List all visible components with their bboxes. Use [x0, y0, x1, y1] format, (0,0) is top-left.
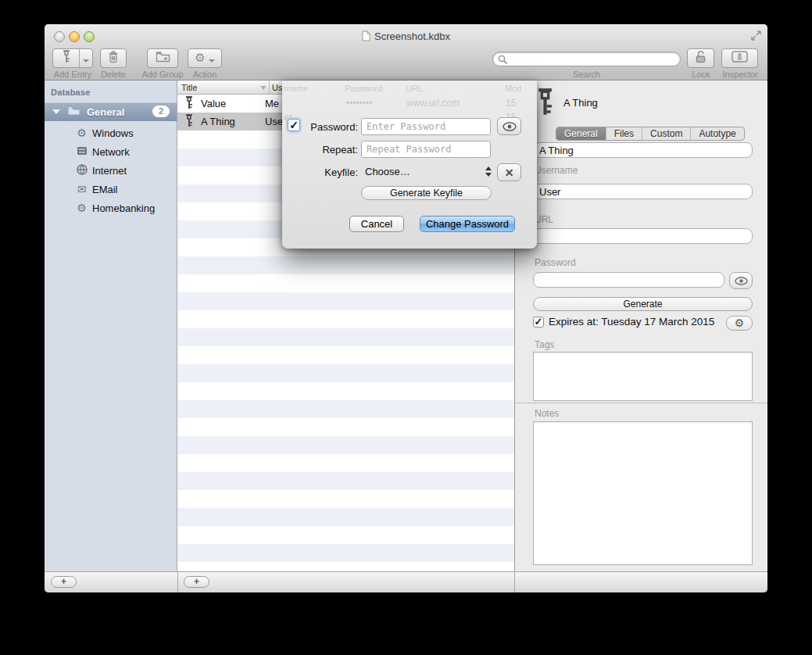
window-title: Screenshot.kdbx	[45, 30, 767, 42]
notes-input[interactable]	[533, 421, 753, 565]
generate-keyfile-button[interactable]: Generate Keyfile	[361, 186, 492, 200]
section-divider	[515, 403, 767, 403]
key-icon	[184, 114, 195, 130]
sidebar-items: ⚙WindowsNetworkInternet✉EMail⚙Homebankin…	[45, 123, 177, 217]
change-password-sheet: rname Password URL Mod •••••••• www.url.…	[282, 81, 537, 249]
add-group-button[interactable]	[147, 48, 178, 68]
document-icon	[362, 30, 370, 41]
folder-plus-icon	[156, 51, 170, 66]
action-button[interactable]: ⚙	[188, 48, 222, 68]
eye-icon	[503, 122, 517, 131]
server-icon	[75, 146, 88, 157]
entry-title-cell: A Thing	[201, 116, 265, 127]
search-icon	[498, 55, 508, 65]
tab-autotype[interactable]: Autotype	[691, 127, 743, 140]
clear-keyfile-button[interactable]: ✕	[497, 163, 521, 181]
entry-title-cell: Value	[201, 98, 265, 109]
group-count-badge: 2	[152, 106, 170, 117]
title-field[interactable]	[533, 142, 753, 158]
dialog-repeat-label: Repeat:	[295, 144, 358, 156]
column-header-title[interactable]: Title	[181, 83, 197, 92]
empty-row	[177, 436, 514, 454]
backdrop-row1-modified: 15	[506, 98, 516, 109]
empty-row	[177, 472, 514, 490]
trash-icon	[108, 51, 119, 66]
sidebar-item-windows[interactable]: ⚙Windows	[45, 123, 177, 142]
inspector-panel: A Thing GeneralFilesCustomAutotype Usern…	[514, 81, 767, 571]
url-field[interactable]	[533, 228, 753, 244]
inspector-button[interactable]: i	[721, 48, 758, 68]
cancel-button[interactable]: Cancel	[349, 216, 404, 232]
sidebar-item-network[interactable]: Network	[45, 142, 177, 161]
tags-label: Tags	[535, 339, 554, 350]
folder-icon	[67, 105, 80, 119]
tab-files[interactable]: Files	[606, 127, 642, 140]
popup-stepper-icon[interactable]	[485, 166, 492, 177]
empty-row	[177, 256, 514, 274]
key-icon	[537, 88, 553, 120]
dialog-keyfile-label: Keyfile:	[295, 166, 358, 178]
sidebar-item-label: EMail	[92, 184, 118, 195]
key-icon	[184, 96, 195, 112]
add-entry-label: Add Entry	[52, 70, 93, 79]
column-divider[interactable]	[269, 81, 270, 94]
tab-custom[interactable]: Custom	[642, 127, 691, 140]
username-field[interactable]	[533, 184, 753, 199]
show-password-button[interactable]	[497, 117, 521, 135]
disclosure-triangle-icon[interactable]	[52, 109, 60, 114]
empty-row	[177, 562, 514, 571]
sidebar-item-internet[interactable]: Internet	[45, 161, 177, 180]
tab-general[interactable]: General	[556, 127, 606, 140]
sidebar-item-label: Windows	[92, 127, 134, 139]
info-icon: i	[732, 51, 748, 66]
chevron-down-icon	[80, 52, 92, 66]
username-label: Username	[535, 165, 578, 176]
lock-button[interactable]	[687, 48, 714, 68]
sidebar-item-email[interactable]: ✉EMail	[45, 180, 177, 199]
sidebar-section-header: Database	[51, 88, 91, 97]
inspector-label: Inspector	[717, 70, 764, 79]
footer-divider	[514, 572, 515, 592]
titlebar-toolbar: Screenshot.kdbx Add Entry Delete Add Gro…	[45, 24, 767, 81]
reveal-password-button[interactable]	[729, 272, 753, 289]
sidebar-item-homebanking[interactable]: ⚙Homebanking	[45, 199, 177, 217]
empty-row	[177, 292, 514, 310]
delete-label: Delete	[95, 70, 132, 79]
expires-settings-button[interactable]: ⚙	[726, 316, 753, 331]
sort-descending-icon	[260, 86, 266, 90]
empty-row	[177, 400, 514, 418]
expires-checkbox[interactable]: ✓	[533, 317, 544, 328]
backdrop-row1-password: ••••••••	[346, 98, 373, 109]
empty-row	[177, 490, 514, 508]
add-entry-button[interactable]	[52, 48, 93, 68]
search-input[interactable]	[492, 52, 681, 66]
password-field[interactable]	[533, 272, 724, 288]
empty-row	[177, 382, 514, 400]
search-label: Search	[492, 70, 681, 79]
screen-background: Screenshot.kdbx Add Entry Delete Add Gro…	[0, 0, 812, 655]
sidebar-group-general[interactable]: General 2	[45, 102, 177, 121]
fullscreen-icon[interactable]	[751, 30, 761, 41]
sidebar-group-label: General	[87, 106, 124, 118]
backdrop-header-username: rname	[284, 84, 308, 93]
eye-icon	[735, 277, 748, 285]
expires-label: Expires at: Tuesday 17 March 2015	[549, 316, 714, 328]
add-group-footer-button[interactable]: +	[51, 576, 77, 588]
inspector-entry-title: A Thing	[563, 97, 598, 109]
add-entry-footer-button[interactable]: +	[184, 576, 209, 588]
gear-icon: ⚙	[75, 127, 88, 138]
backdrop-header-password: Password	[345, 84, 382, 93]
keyfile-popup[interactable]: Choose…	[365, 166, 410, 177]
tags-input[interactable]	[533, 352, 753, 401]
empty-row	[177, 526, 514, 544]
unlock-icon	[695, 50, 706, 66]
chevron-down-icon	[206, 52, 215, 66]
delete-button[interactable]	[100, 48, 127, 68]
empty-row	[177, 364, 514, 382]
dialog-password-input[interactable]	[361, 118, 491, 135]
inspector-tabs: GeneralFilesCustomAutotype	[556, 127, 745, 141]
action-label: Action	[188, 70, 222, 79]
generate-password-button[interactable]: Generate	[533, 297, 753, 311]
change-password-button[interactable]: Change Password	[420, 216, 515, 232]
dialog-repeat-input[interactable]	[361, 141, 491, 158]
